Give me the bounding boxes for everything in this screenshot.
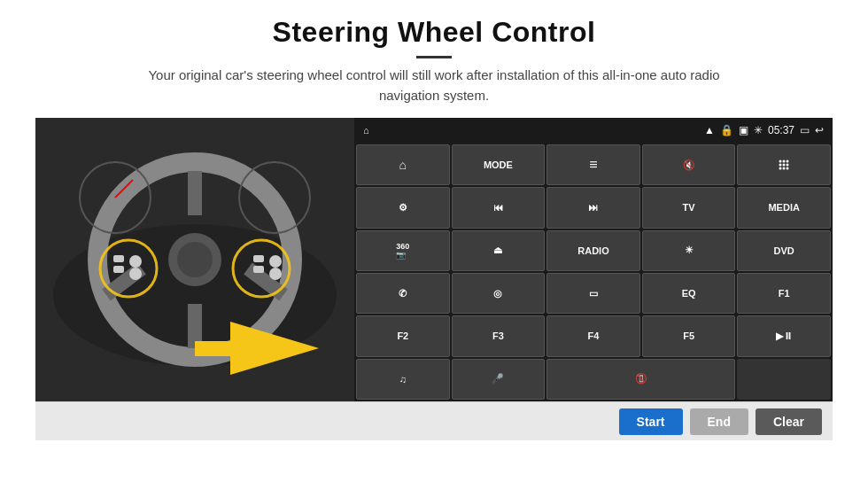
btn-f4[interactable]: F4 bbox=[546, 315, 640, 356]
btn-nav[interactable]: ◎ bbox=[452, 273, 546, 314]
btn-f2[interactable]: F2 bbox=[356, 315, 450, 356]
time-display: 05:37 bbox=[768, 124, 794, 136]
btn-screen[interactable]: ▭ bbox=[546, 273, 640, 314]
btn-mute[interactable]: 🔇 bbox=[642, 144, 736, 185]
steering-wheel-image bbox=[35, 118, 354, 401]
btn-media[interactable]: MEDIA bbox=[737, 187, 831, 228]
svg-point-27 bbox=[779, 164, 782, 167]
card-icon: ▣ bbox=[739, 124, 748, 136]
btn-next[interactable]: ⏭ bbox=[546, 187, 640, 228]
back-icon: ↩ bbox=[815, 124, 824, 136]
btn-f5[interactable]: F5 bbox=[642, 315, 736, 356]
svg-point-26 bbox=[787, 160, 789, 163]
svg-point-18 bbox=[269, 268, 282, 280]
action-bar: Start End Clear bbox=[35, 401, 833, 440]
svg-point-25 bbox=[783, 160, 786, 163]
btn-phone[interactable]: ✆ bbox=[356, 273, 450, 314]
status-left: ⌂ bbox=[363, 125, 369, 136]
home-icon-status: ⌂ bbox=[363, 125, 369, 136]
btn-music[interactable]: ♫ bbox=[356, 359, 450, 400]
svg-rect-20 bbox=[195, 341, 235, 356]
btn-mode[interactable]: MODE bbox=[452, 144, 546, 185]
btn-f1[interactable]: F1 bbox=[737, 273, 831, 314]
svg-point-17 bbox=[269, 255, 282, 268]
btn-settings[interactable]: ⚙ bbox=[356, 187, 450, 228]
btn-eject[interactable]: ⏏ bbox=[452, 230, 546, 271]
svg-point-8 bbox=[177, 242, 213, 277]
title-divider bbox=[416, 56, 452, 58]
lock-icon: 🔒 bbox=[720, 124, 733, 136]
btn-360[interactable]: 360📷 bbox=[356, 230, 450, 271]
svg-point-14 bbox=[129, 268, 142, 280]
btn-f3[interactable]: F3 bbox=[452, 315, 546, 356]
bluetooth-icon: ✳ bbox=[754, 124, 763, 136]
clear-button[interactable]: Clear bbox=[756, 408, 822, 435]
svg-point-24 bbox=[779, 160, 782, 163]
wifi-icon: ▲ bbox=[704, 124, 715, 136]
btn-eq[interactable]: EQ bbox=[642, 273, 736, 314]
svg-point-13 bbox=[129, 255, 142, 268]
control-panel: ⌂ ▲ 🔒 ▣ ✳ 05:37 ▭ ↩ MODE 🔇 bbox=[354, 118, 833, 401]
screen-icon: ▭ bbox=[800, 124, 810, 136]
title-section: Steering Wheel Control Your original car… bbox=[35, 16, 833, 118]
btn-prev[interactable]: ⏮ bbox=[452, 187, 546, 228]
btn-dvd[interactable]: DVD bbox=[737, 230, 831, 271]
svg-point-29 bbox=[787, 164, 789, 167]
btn-tv[interactable]: TV bbox=[642, 187, 736, 228]
btn-empty bbox=[737, 359, 831, 400]
status-right: ▲ 🔒 ▣ ✳ 05:37 ▭ ↩ bbox=[704, 124, 824, 136]
page-subtitle: Your original car's steering wheel contr… bbox=[124, 66, 744, 105]
btn-home[interactable] bbox=[356, 144, 450, 185]
btn-radio[interactable]: RADIO bbox=[546, 230, 640, 271]
btn-play-pause[interactable]: ▶⏸ bbox=[737, 315, 831, 356]
start-button[interactable]: Start bbox=[619, 408, 683, 435]
svg-point-28 bbox=[783, 164, 786, 167]
page-wrapper: Steering Wheel Control Your original car… bbox=[0, 0, 868, 482]
svg-point-31 bbox=[783, 167, 786, 170]
svg-rect-12 bbox=[113, 266, 124, 273]
svg-rect-15 bbox=[253, 255, 264, 262]
svg-point-32 bbox=[787, 167, 789, 170]
button-grid: MODE 🔇 ⚙ ⏮ ⏭ TV MEDIA 360📷 ⏏ RADIO ☀ DVD bbox=[354, 143, 833, 401]
svg-rect-11 bbox=[113, 255, 124, 262]
status-bar: ⌂ ▲ 🔒 ▣ ✳ 05:37 ▭ ↩ bbox=[354, 118, 833, 143]
btn-apps[interactable] bbox=[737, 144, 831, 185]
svg-point-30 bbox=[779, 167, 782, 170]
page-title: Steering Wheel Control bbox=[35, 16, 833, 49]
content-area: ⌂ ▲ 🔒 ▣ ✳ 05:37 ▭ ↩ MODE 🔇 bbox=[35, 118, 833, 401]
svg-rect-16 bbox=[253, 266, 264, 273]
btn-list[interactable] bbox=[546, 144, 640, 185]
end-button[interactable]: End bbox=[690, 408, 748, 435]
btn-brightness[interactable]: ☀ bbox=[642, 230, 736, 271]
btn-mic[interactable]: 🎤 bbox=[452, 359, 546, 400]
btn-phone-end[interactable]: 📵 bbox=[546, 359, 735, 400]
